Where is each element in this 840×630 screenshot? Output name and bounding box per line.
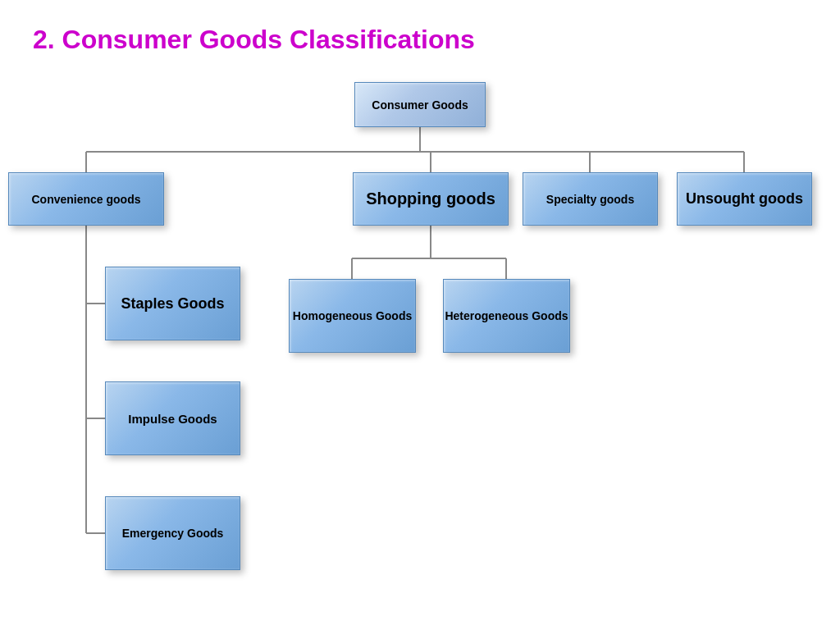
specialty-goods-box: Specialty goods bbox=[523, 172, 658, 226]
emergency-goods-box: Emergency Goods bbox=[105, 496, 240, 570]
heterogeneous-goods-box: Heterogeneous Goods bbox=[443, 279, 570, 353]
impulse-goods-box: Impulse Goods bbox=[105, 381, 240, 455]
homogeneous-goods-box: Homogeneous Goods bbox=[289, 279, 416, 353]
shopping-goods-box: Shopping goods bbox=[353, 172, 509, 226]
convenience-goods-box: Convenience goods bbox=[8, 172, 164, 226]
consumer-goods-box: Consumer Goods bbox=[354, 82, 486, 127]
staples-goods-box: Staples Goods bbox=[105, 267, 240, 340]
unsought-goods-box: Unsought goods bbox=[677, 172, 812, 226]
page-title: 2. Consumer Goods Classifications bbox=[0, 0, 840, 71]
